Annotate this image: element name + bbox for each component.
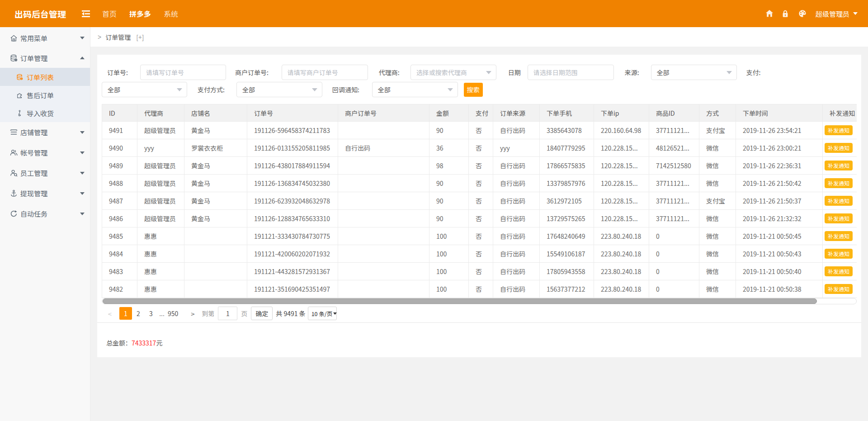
col-header: 下单时间 [736,104,823,122]
page-next-button[interactable]: > [186,307,199,320]
resend-notify-button[interactable]: 补发通知 [825,143,853,153]
search-button[interactable]: 搜索 [464,83,483,97]
cell: 0 [649,227,699,245]
nav-pinduoduo[interactable]: 拼多多 [123,0,157,27]
pay-select-caret-icon [177,88,182,94]
callback-select-caret-icon [448,88,453,94]
theme-palette-icon[interactable] [798,9,807,18]
account-mgmt-icon [10,149,18,156]
sidebar-item-shop-mgmt[interactable]: 店铺管理 [0,122,90,142]
resend-notify-button[interactable]: 补发通知 [825,213,853,223]
sidebar-subitem-after-sale-orders[interactable]: 售后订单 [0,86,90,104]
cell: 37711121... [649,122,699,139]
cell: 黄金马 [184,157,247,175]
cell: 自行出码 [493,280,540,298]
page-2-button[interactable]: 2 [132,307,145,320]
nav-home[interactable]: 首页 [96,0,123,27]
cell: 191126-013155205811985 [247,139,338,157]
cell: 191121-333430784730775 [247,227,338,245]
resend-notify-button[interactable]: 补发通知 [825,249,853,259]
nav-system[interactable]: 系统 [157,0,184,27]
chevron-up-icon [80,57,85,59]
table-scroll-area[interactable]: ID代理商店铺名订单号商户订单号金额支付订单来源下单手机下单ip商品ID方式下单… [102,104,857,298]
sidebar-item-staff-mgmt[interactable]: 员工管理 [0,163,90,183]
sidebar-item-label: 常用菜单 [20,33,47,43]
sidebar-item-order-mgmt[interactable]: 订单管理 [0,48,90,68]
user-name: 超级管理员 [816,9,849,19]
resend-notify-button[interactable]: 补发通知 [825,161,853,170]
table-row: 9490yyy罗裳衣衣柜191126-013155205811985自行出码36… [102,139,857,157]
cell: 自行出码 [493,157,540,175]
callback-select[interactable]: 全部 [372,82,458,97]
sidebar-subitem-import-receive[interactable]: 导入收货 [0,104,90,122]
page-950-button[interactable]: 950 [166,307,179,320]
chevron-down-icon [80,192,85,195]
page-prev-button[interactable]: < [104,307,116,320]
goto-confirm-button[interactable]: 确定 [251,307,273,320]
cell: 0 [649,280,699,298]
pay-method-select[interactable]: 全部 [236,82,322,97]
chevron-down-icon [80,131,85,134]
resend-notify-button[interactable]: 补发通知 [825,178,853,188]
page-size-select[interactable]: 10 条/页 [308,307,337,320]
merchant-no-input[interactable] [282,65,368,80]
scrollbar-thumb[interactable] [103,298,817,304]
pay-select[interactable]: 全部 [102,82,187,97]
cell: 100 [429,227,469,245]
sidebar-item-withdraw-mgmt[interactable]: 提现管理 [0,183,90,203]
cell: 微信 [699,139,736,157]
page-3-button[interactable]: 3 [145,307,157,320]
menu-fold-icon[interactable] [82,10,90,17]
cell: 3612972105 [540,192,594,210]
content-card: 订单号: 商户订单号: 代理商: 选择或搜索代理商 日期 来源: 全部 支付: [97,55,861,357]
cell: 自行出码 [493,192,540,210]
user-menu[interactable]: 超级管理员 [816,9,858,19]
cell: 9487 [102,192,137,210]
agent-select[interactable]: 选择或搜索代理商 [410,65,496,80]
sidebar-item-auto-task[interactable]: 自动任务 [0,203,90,224]
user-caret-icon [853,12,858,17]
horizontal-scrollbar[interactable] [102,298,857,304]
chevron-down-icon [80,151,85,154]
lock-icon[interactable] [781,9,789,18]
cell-action: 补发通知 [823,192,857,210]
cell [338,175,429,192]
sidebar-item-account-mgmt[interactable]: 帐号管理 [0,142,90,163]
cell: 超级管理员 [137,157,184,175]
order-no-label: 订单号: [107,68,128,77]
cell: 191126-136834745032380 [247,175,338,192]
pagination: < 1 2 3 ... 950 > 到第 页 确定 共 9491 条 10 条/… [97,304,861,323]
breadcrumb-expand[interactable]: [+] [136,33,144,42]
app-title: 出码后台管理 [14,8,66,20]
source-select[interactable]: 全部 [651,65,737,80]
cell [338,210,429,227]
page-1-button[interactable]: 1 [119,307,132,320]
sidebar-subitem-order-list[interactable]: 订单列表 [0,68,90,86]
main-area: > 订单管理 [+] 订单号: 商户订单号: 代理商: 选择或搜索代理商 日期 … [90,27,868,357]
cell: 微信 [699,245,736,263]
date-label: 日期 [508,68,521,77]
cell: 否 [469,157,493,175]
home-icon[interactable] [765,9,774,18]
callback-select-value: 全部 [378,85,391,94]
page-unit-label: 页 [241,309,247,318]
cell: 9482 [102,280,137,298]
cell: 否 [469,263,493,280]
cell: 0 [649,245,699,263]
goto-page-input[interactable] [218,307,237,320]
cell: 15549106187 [540,245,594,263]
pay-method-select-caret-icon [312,88,317,94]
resend-notify-button[interactable]: 补发通知 [825,231,853,241]
cell: 36 [429,139,469,157]
resend-notify-button[interactable]: 补发通知 [825,125,853,135]
resend-notify-button[interactable]: 补发通知 [825,284,853,294]
cell: 18407779295 [540,139,594,157]
cell: 自行出码 [338,139,429,157]
order-no-input[interactable] [140,65,226,80]
cell [184,280,247,298]
resend-notify-button[interactable]: 补发通知 [825,196,853,206]
resend-notify-button[interactable]: 补发通知 [825,266,853,276]
pay-method-label: 支付方式: [198,85,225,94]
sidebar-item-common-menu[interactable]: 常用菜单 [0,28,90,48]
date-range-input[interactable] [528,65,614,80]
